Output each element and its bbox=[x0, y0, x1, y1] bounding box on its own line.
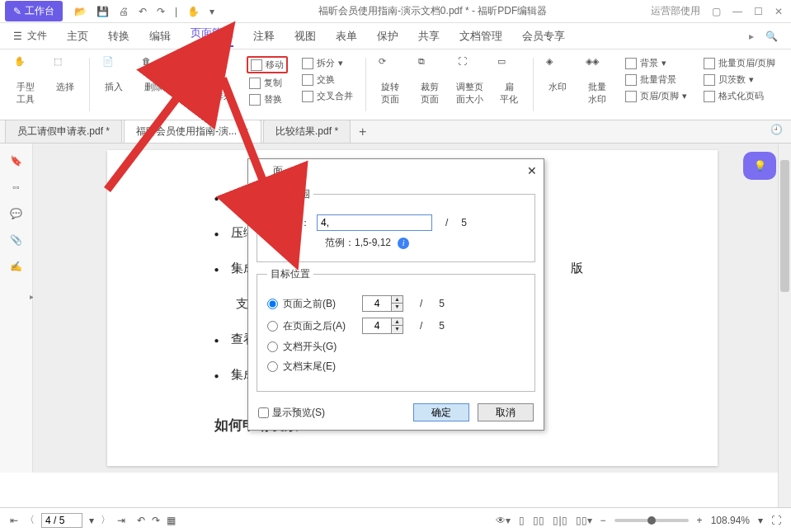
batch-background-button[interactable]: 批量背景 bbox=[623, 73, 690, 87]
single-page-icon[interactable]: ▯ bbox=[519, 515, 525, 526]
copy-button[interactable]: 复制 bbox=[247, 76, 288, 90]
header-footer-button[interactable]: 页眉/页脚▾ bbox=[623, 89, 690, 103]
zoom-thumb[interactable] bbox=[647, 516, 656, 525]
page-dropdown-icon[interactable]: ▾ bbox=[89, 515, 94, 526]
facing-icon[interactable]: ▯|▯ bbox=[553, 515, 567, 526]
layout-icon[interactable]: ▦ bbox=[167, 515, 176, 526]
page-input[interactable] bbox=[317, 214, 432, 231]
spin-down-icon[interactable]: ▼ bbox=[392, 304, 403, 311]
bookmark-icon[interactable]: 🔖 bbox=[10, 155, 22, 167]
info-icon[interactable]: i bbox=[398, 238, 409, 249]
resize-button[interactable]: ⛶调整页 面大小 bbox=[455, 56, 483, 106]
menu-vip[interactable]: 会员专享 bbox=[522, 29, 565, 44]
batch-watermark-button[interactable]: ◈◈批量 水印 bbox=[583, 56, 611, 106]
zoom-in-icon[interactable]: + bbox=[697, 515, 703, 526]
ribbon-toggle-icon[interactable]: ▢ bbox=[712, 6, 721, 17]
menu-doc-manage[interactable]: 文档管理 bbox=[459, 29, 502, 44]
menu-scroll-icon[interactable]: ▸ bbox=[749, 31, 754, 42]
delete-button[interactable]: 🗑 删除 bbox=[139, 56, 167, 93]
insert-button[interactable]: 📄 插入 bbox=[100, 56, 128, 93]
doc-tab-2[interactable]: 比较结果.pdf * bbox=[263, 120, 351, 143]
menu-convert[interactable]: 转换 bbox=[108, 29, 129, 44]
menu-home[interactable]: 主页 bbox=[67, 29, 88, 44]
close-tab-icon[interactable]: ✕ bbox=[242, 126, 249, 137]
watermark-button[interactable]: ◈水印 bbox=[544, 56, 572, 93]
menu-share[interactable]: 共享 bbox=[418, 29, 440, 44]
crop-button[interactable]: ⧉裁剪 页面 bbox=[416, 56, 444, 106]
hint-bubble-icon[interactable]: 💡 bbox=[743, 152, 776, 180]
read-mode-icon[interactable]: 👁▾ bbox=[496, 515, 511, 526]
cancel-button[interactable]: 取消 bbox=[478, 403, 534, 421]
batch-header-footer-button[interactable]: 批量页眉/页脚 bbox=[701, 56, 778, 70]
add-tab-button[interactable]: + bbox=[352, 121, 373, 143]
move-button[interactable]: 移动 bbox=[247, 56, 288, 73]
nav-back-icon[interactable]: ↶ bbox=[137, 515, 145, 526]
show-preview-checkbox[interactable]: 显示预览(S) bbox=[258, 406, 325, 420]
attachments-icon[interactable]: 📎 bbox=[10, 234, 22, 246]
flatten-button[interactable]: ▭扁 平化 bbox=[495, 56, 523, 106]
continuous-facing-icon[interactable]: ▯▯▾ bbox=[576, 515, 592, 526]
maximize-icon[interactable]: ☐ bbox=[754, 6, 763, 17]
first-page-icon[interactable]: ⇤ bbox=[10, 515, 18, 526]
dialog-close-icon[interactable]: ✕ bbox=[527, 164, 537, 177]
background-button[interactable]: 背景▾ bbox=[623, 56, 690, 70]
search-icon[interactable]: 🔍 bbox=[765, 31, 778, 42]
comments-icon[interactable]: 💬 bbox=[10, 208, 22, 219]
prev-page-icon[interactable]: 〈 bbox=[25, 513, 35, 527]
select-button[interactable]: ⬚ 选择 bbox=[51, 56, 79, 93]
extract-button[interactable]: 提取 bbox=[179, 56, 235, 70]
redo-icon[interactable]: ↷ bbox=[157, 6, 165, 17]
rearrange-button[interactable]: 重新排列 bbox=[179, 89, 235, 103]
swap-button[interactable]: 交换 bbox=[299, 73, 355, 87]
format-number-button[interactable]: 格式化页码 bbox=[701, 89, 778, 103]
menu-protect[interactable]: 保护 bbox=[377, 29, 398, 44]
rotate-button[interactable]: ⟳旋转 页面 bbox=[376, 56, 404, 106]
menu-page-manage[interactable]: 页面管理 bbox=[191, 26, 233, 47]
undo-icon[interactable]: ↶ bbox=[139, 6, 147, 17]
menu-form[interactable]: 表单 bbox=[336, 29, 357, 44]
before-spinner[interactable]: ▲▼ bbox=[362, 295, 403, 312]
menu-edit[interactable]: 编辑 bbox=[149, 29, 171, 44]
menu-annotate[interactable]: 注释 bbox=[253, 29, 275, 44]
account-label[interactable]: 运营部使用 bbox=[651, 4, 700, 18]
doc-tab-1[interactable]: 福昕会员使用指南-演... ✕ bbox=[124, 120, 261, 143]
menu-view[interactable]: 视图 bbox=[294, 29, 316, 44]
zoom-dropdown-icon[interactable]: ▾ bbox=[758, 515, 763, 526]
scroll-thumb[interactable] bbox=[780, 160, 789, 292]
print-icon[interactable]: 🖨 bbox=[119, 6, 129, 17]
radio-after[interactable] bbox=[267, 321, 278, 332]
spin-up-icon[interactable]: ▲ bbox=[392, 318, 403, 326]
pages-panel-icon[interactable]: ▫▫ bbox=[12, 181, 20, 193]
hand-tool-button[interactable]: ✋ 手型 工具 bbox=[12, 56, 40, 106]
split-button[interactable]: 拆分▾ bbox=[299, 56, 355, 70]
hand-quick-icon[interactable]: ✋ bbox=[187, 6, 200, 17]
nav-fwd-icon[interactable]: ↷ bbox=[152, 515, 160, 526]
spin-down-icon[interactable]: ▼ bbox=[392, 326, 403, 333]
spin-up-icon[interactable]: ▲ bbox=[392, 296, 403, 304]
close-window-icon[interactable]: ✕ bbox=[775, 6, 783, 17]
fullscreen-icon[interactable]: ⛶ bbox=[771, 515, 781, 526]
radio-doc-start[interactable] bbox=[267, 341, 278, 352]
recent-docs-icon[interactable]: 🕘 bbox=[770, 124, 783, 135]
replace-button[interactable]: 替换 bbox=[247, 92, 288, 106]
signature-icon[interactable]: ✍ bbox=[10, 261, 22, 272]
reverse-button[interactable]: 逆页序 bbox=[179, 73, 235, 87]
ok-button[interactable]: 确定 bbox=[413, 403, 469, 421]
bates-button[interactable]: 贝茨数▾ bbox=[701, 73, 778, 87]
page-number-input[interactable] bbox=[41, 513, 82, 528]
vertical-scrollbar[interactable] bbox=[778, 144, 791, 507]
file-menu[interactable]: ☰ 文件 bbox=[13, 29, 47, 43]
zoom-out-icon[interactable]: − bbox=[600, 515, 606, 526]
radio-doc-end[interactable] bbox=[267, 361, 278, 372]
last-page-icon[interactable]: ⇥ bbox=[117, 515, 125, 526]
doc-tab-0[interactable]: 员工请假申请表.pdf * bbox=[5, 120, 122, 143]
zoom-value[interactable]: 108.94% bbox=[711, 515, 750, 526]
workspace-button[interactable]: ✎ 工作台 bbox=[5, 1, 63, 21]
next-page-icon[interactable]: 〉 bbox=[101, 513, 111, 527]
save-icon[interactable]: 💾 bbox=[97, 6, 109, 17]
zoom-slider[interactable] bbox=[614, 519, 689, 522]
merge-button[interactable]: 交叉合并 bbox=[299, 89, 355, 103]
continuous-icon[interactable]: ▯▯ bbox=[533, 515, 544, 526]
open-icon[interactable]: 📂 bbox=[74, 6, 87, 17]
radio-before[interactable] bbox=[267, 299, 278, 309]
